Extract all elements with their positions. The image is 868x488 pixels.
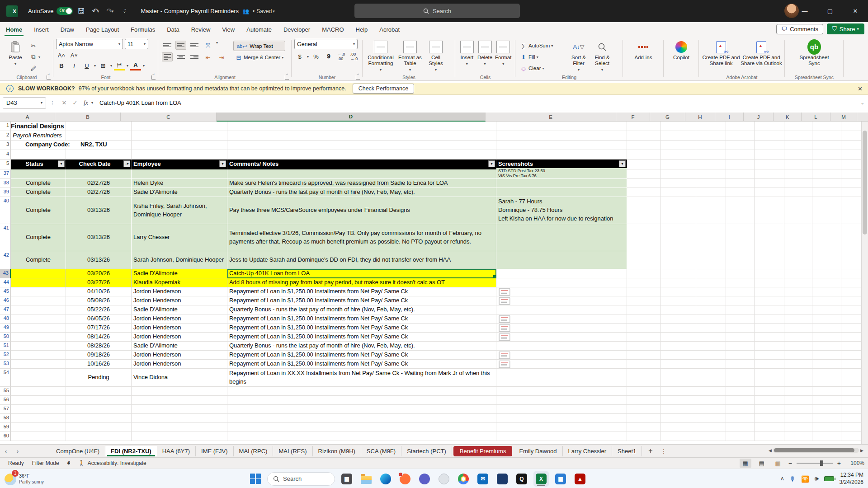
cell-status[interactable] [11, 296, 66, 305]
cell-notes[interactable]: Quarterly Bonus - runs the last pay of m… [227, 342, 496, 351]
cell-check-date[interactable]: 03/20/26 [66, 269, 132, 278]
cell[interactable] [784, 188, 812, 197]
ribbon-tab-home[interactable]: Home [0, 24, 28, 36]
row-number-41[interactable]: 41 [0, 224, 11, 251]
taskbar-search-input[interactable]: Search [267, 472, 335, 486]
cell[interactable] [726, 305, 755, 314]
cell[interactable] [755, 342, 784, 351]
cell-check-date[interactable]: 03/27/26 [66, 278, 132, 287]
cell-screenshots[interactable] [496, 387, 627, 396]
cell[interactable] [661, 197, 696, 224]
row-number-55[interactable]: 55 [0, 387, 11, 396]
merge-center-button[interactable]: ⊟Merge & Center▾ [233, 52, 285, 62]
cell[interactable] [627, 333, 661, 342]
row-number-54[interactable]: 54 [0, 369, 11, 387]
cell[interactable] [755, 141, 784, 150]
cell[interactable] [661, 360, 696, 369]
cell[interactable] [696, 197, 726, 224]
cell-employee[interactable]: Jordon Henderson [132, 333, 227, 342]
cell-employee[interactable]: Jordon Henderson [132, 314, 227, 324]
sort-filter-button[interactable]: A↓▽ Sort & Filter▾ [567, 39, 590, 72]
cell-status[interactable]: Complete [11, 197, 66, 224]
screenshot-thumbnail[interactable] [499, 288, 510, 296]
macro-record-icon[interactable]: ⏺̄ [67, 460, 70, 466]
cell[interactable] [755, 122, 784, 131]
cell[interactable] [627, 405, 661, 414]
cell[interactable] [696, 141, 726, 150]
font-size-select[interactable]: 11▾ [125, 39, 148, 49]
cell[interactable] [661, 269, 696, 278]
cell[interactable] [227, 122, 496, 131]
cell[interactable] [726, 296, 755, 305]
page-layout-view-button[interactable]: ▤ [756, 459, 768, 468]
table-header-employee[interactable]: ▾Employee [132, 160, 227, 169]
cell[interactable] [784, 131, 812, 141]
cell[interactable] [784, 360, 812, 369]
cell[interactable] [784, 169, 812, 179]
zoom-out-button[interactable]: − [788, 460, 792, 467]
column-header-B[interactable]: B [55, 113, 121, 122]
ribbon-tab-review[interactable]: Review [185, 24, 217, 36]
cell[interactable] [661, 324, 696, 333]
cell[interactable]: Company Code: [11, 141, 66, 150]
cell[interactable] [661, 141, 696, 150]
sheet-tab-emily-dawood[interactable]: Emily Dawood [514, 446, 562, 456]
cell[interactable] [812, 160, 841, 169]
cell[interactable] [812, 432, 841, 441]
cell[interactable] [496, 122, 627, 131]
cell-screenshots[interactable] [496, 224, 627, 251]
cell[interactable] [696, 305, 726, 314]
horizontal-scroll-thumb[interactable] [774, 448, 854, 452]
row-number-39[interactable]: 39 [0, 188, 11, 197]
cell-employee[interactable]: Helen Dyke [132, 179, 227, 188]
dismiss-warning-icon[interactable]: ✕ [858, 85, 863, 92]
number-format-select[interactable]: General▾ [294, 39, 358, 49]
find-select-button[interactable]: Find & Select▾ [590, 39, 614, 72]
addins-button[interactable]: Add-ins [631, 39, 656, 61]
cell[interactable] [812, 333, 841, 342]
cell[interactable] [755, 369, 784, 387]
wrap-text-button[interactable]: ab⮐Wrap Text [233, 41, 285, 51]
cell[interactable] [627, 197, 661, 224]
cell[interactable] [755, 188, 784, 197]
sheet-tab-haa-6y7-[interactable]: HAA (6Y7) [157, 446, 196, 456]
cell-screenshots[interactable] [496, 269, 627, 278]
taskbar-app-outlook-mail[interactable]: ✉ [475, 471, 491, 487]
cell[interactable] [696, 369, 726, 387]
cell-check-date[interactable]: 08/14/26 [66, 333, 132, 342]
cell-screenshots[interactable] [496, 287, 627, 296]
cell[interactable] [696, 150, 726, 160]
clear-button[interactable]: ◇Clear▾ [518, 63, 567, 73]
cell[interactable] [784, 369, 812, 387]
cell[interactable] [784, 150, 812, 160]
row-number-49[interactable]: 49 [0, 324, 11, 333]
cell-status[interactable] [11, 314, 66, 324]
cell[interactable] [661, 387, 696, 396]
cell-check-date[interactable]: 03/13/26 [66, 251, 132, 269]
row-number-60[interactable]: 60 [0, 432, 11, 441]
cell[interactable] [726, 423, 755, 432]
cell[interactable] [627, 314, 661, 324]
cell[interactable] [627, 296, 661, 305]
cell[interactable] [812, 131, 841, 141]
cell[interactable] [755, 278, 784, 287]
cell-status[interactable] [11, 369, 66, 387]
cell-status[interactable] [11, 305, 66, 314]
cell[interactable] [627, 251, 661, 269]
cell[interactable] [696, 278, 726, 287]
cell-employee[interactable] [132, 169, 227, 179]
cell-screenshots[interactable] [496, 351, 627, 360]
cell[interactable] [812, 122, 841, 131]
cell-screenshots[interactable] [496, 369, 627, 387]
cell[interactable] [755, 197, 784, 224]
zoom-in-button[interactable]: + [837, 460, 841, 467]
weather-widget[interactable]: 1 36°F Partly sunny [5, 471, 44, 485]
cell[interactable] [812, 369, 841, 387]
format-painter-button[interactable]: 🖉 [28, 63, 42, 73]
row-number-43[interactable]: 43 [0, 269, 11, 278]
fill-button[interactable]: ⬇Fill▾ [518, 52, 567, 62]
cell[interactable] [726, 396, 755, 405]
cell[interactable] [696, 314, 726, 324]
screenshot-thumbnail[interactable] [499, 361, 510, 368]
align-bottom-button[interactable] [189, 41, 200, 50]
